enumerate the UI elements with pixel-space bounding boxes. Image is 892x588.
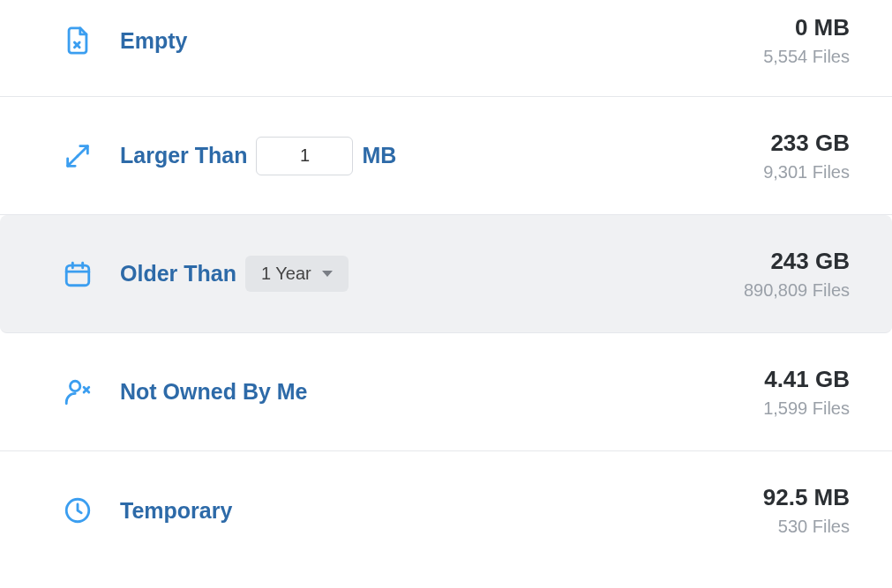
row-stats: 243 GB 890,809 Files (744, 248, 850, 301)
row-label-group: Larger Than MB (120, 137, 396, 175)
filter-list: Empty 0 MB 5,554 Files Larger Than MB (0, 0, 892, 569)
calendar-icon (60, 257, 95, 292)
file-x-icon (60, 23, 95, 58)
row-left: Larger Than MB (60, 137, 763, 175)
chevron-down-icon (322, 271, 333, 277)
row-stats: 92.5 MB 530 Files (763, 484, 850, 537)
row-left: Older Than 1 Year (60, 256, 744, 292)
label-prefix: Larger Than (120, 143, 247, 168)
stat-files: 9,301 Files (763, 162, 850, 182)
size-threshold-input[interactable] (256, 137, 353, 175)
filter-row-temporary[interactable]: Temporary 92.5 MB 530 Files (0, 451, 892, 569)
label-prefix: Older Than (120, 261, 236, 287)
user-x-icon (60, 375, 95, 410)
stat-size: 92.5 MB (763, 484, 850, 511)
row-left: Not Owned By Me (60, 375, 763, 410)
row-label: Not Owned By Me (120, 379, 308, 405)
row-stats: 4.41 GB 1,599 Files (763, 366, 850, 419)
filter-row-older-than[interactable]: Older Than 1 Year 243 GB 890,809 Files (0, 215, 892, 333)
stat-size: 243 GB (744, 248, 850, 275)
filter-row-larger-than[interactable]: Larger Than MB 233 GB 9,301 Files (0, 97, 892, 215)
age-dropdown[interactable]: 1 Year (245, 256, 349, 292)
label-unit: MB (362, 143, 396, 168)
stat-files: 890,809 Files (744, 280, 850, 301)
svg-rect-0 (66, 265, 89, 286)
stat-files: 5,554 Files (763, 47, 850, 67)
row-left: Empty (60, 7, 763, 58)
stat-size: 4.41 GB (763, 366, 850, 393)
row-left: Temporary (60, 493, 763, 528)
clock-icon (60, 493, 95, 528)
stat-size: 0 MB (763, 14, 850, 41)
dropdown-value: 1 Year (261, 264, 311, 284)
stat-files: 1,599 Files (763, 398, 850, 419)
row-label: Temporary (120, 498, 232, 524)
row-label: Empty (120, 28, 187, 54)
row-label-group: Older Than 1 Year (120, 256, 349, 292)
row-stats: 233 GB 9,301 Files (763, 130, 850, 182)
svg-point-1 (71, 381, 80, 391)
expand-arrows-icon (60, 138, 95, 174)
row-stats: 0 MB 5,554 Files (763, 7, 850, 67)
filter-row-empty[interactable]: Empty 0 MB 5,554 Files (0, 0, 892, 97)
stat-size: 233 GB (763, 130, 850, 157)
filter-row-not-owned[interactable]: Not Owned By Me 4.41 GB 1,599 Files (0, 333, 892, 451)
stat-files: 530 Files (763, 517, 850, 537)
